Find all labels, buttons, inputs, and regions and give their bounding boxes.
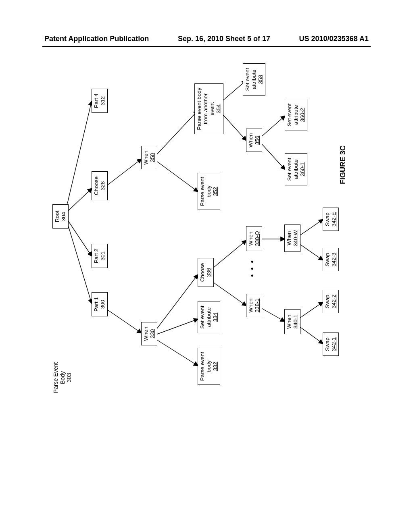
node-set-event-attribute-360-1: Set eventattribute360-1 bbox=[285, 153, 307, 185]
svg-line-3 bbox=[67, 102, 92, 204]
node-swap-342-e: Swap342-E bbox=[323, 208, 339, 231]
svg-line-21 bbox=[299, 244, 323, 260]
node-swap-342-2: Swap342-2 bbox=[323, 290, 339, 313]
svg-line-1 bbox=[67, 220, 92, 256]
svg-line-2 bbox=[67, 189, 92, 212]
node-choose-328: Choose328 bbox=[92, 171, 108, 200]
svg-line-18 bbox=[261, 116, 285, 137]
svg-line-19 bbox=[299, 326, 323, 343]
svg-line-20 bbox=[299, 302, 323, 318]
node-swap-342-3: Swap342-3 bbox=[323, 248, 339, 271]
figure-label: FIGURE 3C bbox=[339, 145, 347, 184]
node-set-event-attribute-358: Set eventattribute358 bbox=[243, 63, 265, 96]
node-root: Root304 bbox=[52, 204, 69, 229]
node-parse-event-body-332: Parse eventbody332 bbox=[198, 348, 220, 385]
svg-line-4 bbox=[106, 309, 141, 333]
header-center: Sep. 16, 2010 Sheet 5 of 17 bbox=[178, 35, 270, 43]
diagram-area: Parse Event Body 303 Root304 Part 1300 P… bbox=[48, 66, 413, 389]
node-parse-event-body-352: Parse eventbody352 bbox=[198, 173, 220, 210]
node-part1: Part 1300 bbox=[92, 292, 108, 316]
node-choose-336: Choose336 bbox=[198, 258, 214, 287]
svg-line-0 bbox=[67, 223, 92, 303]
node-part4: Part 4312 bbox=[92, 89, 108, 113]
title-parse-event-body: Parse Event Body 303 bbox=[52, 353, 73, 402]
node-when-338-q: When338-Q bbox=[246, 226, 262, 251]
node-set-event-attribute-360-2: Set eventattribute360-2 bbox=[285, 99, 307, 131]
svg-line-10 bbox=[156, 111, 198, 155]
svg-line-5 bbox=[106, 159, 141, 186]
edges bbox=[48, 66, 413, 389]
svg-line-17 bbox=[261, 143, 285, 169]
node-when-340-1: When340-1 bbox=[284, 309, 300, 334]
page-header: Patent Application Publication Sep. 16, … bbox=[0, 35, 413, 43]
svg-line-13 bbox=[220, 112, 246, 140]
node-when-350: When350 bbox=[141, 146, 157, 169]
node-set-event-attribute-334: Set eventattribute334 bbox=[198, 301, 220, 333]
svg-line-6 bbox=[156, 339, 198, 366]
node-when-340-w: When340-W bbox=[284, 224, 300, 252]
page: Patent Application Publication Sep. 16, … bbox=[0, 0, 413, 532]
node-part2: Part 2301 bbox=[92, 244, 108, 268]
node-when-356: When356 bbox=[246, 129, 262, 152]
svg-line-22 bbox=[299, 220, 323, 236]
svg-line-12 bbox=[213, 241, 246, 268]
svg-line-15 bbox=[261, 308, 284, 321]
svg-line-14 bbox=[220, 81, 246, 103]
node-swap-342-1: Swap342-1 bbox=[323, 332, 339, 356]
svg-line-9 bbox=[156, 161, 198, 191]
header-right: US 2010/0235368 A1 bbox=[299, 35, 369, 43]
node-parse-event-body-from-another-354: Parse event bodyfrom anotherevent354 bbox=[194, 83, 223, 134]
node-when-330: When330 bbox=[141, 322, 157, 345]
header-rule bbox=[42, 46, 371, 47]
node-when-338-1: When338-1 bbox=[246, 294, 262, 317]
header-left: Patent Application Publication bbox=[44, 35, 149, 43]
dots: • • • bbox=[248, 259, 257, 277]
